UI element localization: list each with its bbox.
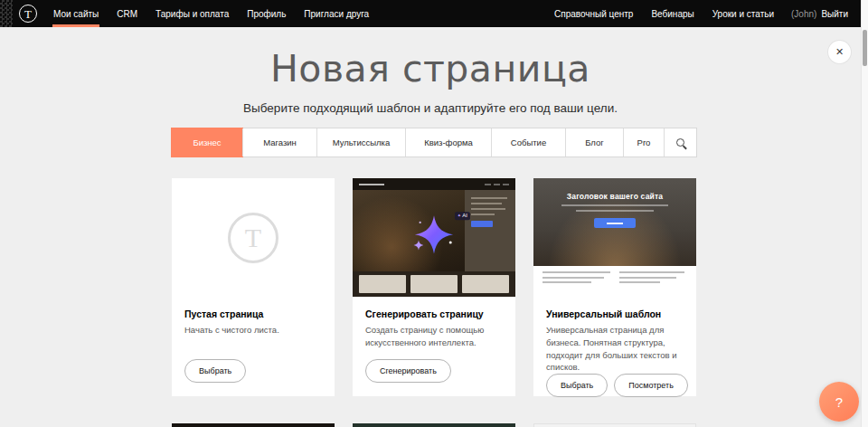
tab-blog[interactable]: Блог (565, 128, 623, 157)
nav-invite-friend[interactable]: Пригласи друга (295, 0, 378, 27)
template-category-tabs: Бизнес Магазин Мультиссылка Квиз-форма С… (172, 128, 696, 157)
nav-lessons[interactable]: Уроки и статьи (703, 0, 783, 27)
template-cards-row: T Пустая страница Начать с чистого листа… (172, 178, 696, 396)
card-blank-page: T Пустая страница Начать с чистого листа… (172, 178, 335, 396)
main-nav: Мои сайты CRM Тарифы и оплата Профиль Пр… (44, 0, 378, 27)
preview-text-line (561, 204, 668, 206)
scrollbar-thumb[interactable] (863, 30, 867, 66)
preview-text-panel (465, 190, 515, 271)
view-template-button[interactable]: Посмотреть (614, 374, 688, 397)
nav-profile[interactable]: Профиль (238, 0, 295, 27)
ai-star-group: ✦ AI (413, 214, 455, 255)
tab-quiz-form[interactable]: Квиз-форма (405, 128, 491, 157)
preview-site-heading: Заголовок вашего сайта (533, 192, 696, 201)
template-card-partial[interactable] (172, 423, 335, 427)
card-actions: Выбрать (184, 359, 322, 383)
preview-cta-placeholder (471, 221, 493, 227)
choose-blank-button[interactable]: Выбрать (184, 359, 246, 383)
nav-help-center[interactable]: Справочный центр (545, 0, 642, 27)
close-button[interactable]: ✕ (828, 41, 851, 63)
page-title: Новая страница (0, 47, 861, 90)
card-body: Пустая страница Начать с чистого листа. … (172, 297, 335, 396)
tab-shop[interactable]: Магазин (242, 128, 316, 157)
secondary-nav: Справочный центр Вебинары Уроки и статьи… (545, 0, 861, 27)
page-subtitle: Выберите подходящий шаблон и адаптируйте… (0, 101, 861, 115)
watermark-letter: T (245, 223, 261, 253)
preview-text-column (542, 271, 610, 291)
topbar: T Мои сайты CRM Тарифы и оплата Профиль … (0, 0, 861, 27)
logo-letter: T (24, 8, 32, 20)
help-button[interactable]: ? (819, 382, 859, 422)
tab-event[interactable]: Событие (491, 128, 565, 157)
template-card-partial[interactable] (533, 423, 696, 427)
generate-button[interactable]: Сгенерировать (365, 359, 451, 383)
nav-my-sites[interactable]: Мои сайты (44, 0, 108, 27)
preview-site-topbar (353, 178, 515, 190)
preview-text-column (619, 271, 687, 291)
tilda-pixel-pattern (0, 0, 13, 27)
ai-generate-preview[interactable]: ✦ AI (353, 178, 515, 297)
blank-page-preview[interactable]: T (172, 178, 335, 297)
card-title: Пустая страница (184, 308, 322, 319)
tab-pro[interactable]: Pro (623, 128, 664, 157)
card-universal-template: Заголовок вашего сайта Универсальный шаб… (533, 178, 696, 396)
card-description: Создать страницу с помощью искусственног… (365, 324, 503, 349)
universal-template-preview[interactable]: Заголовок вашего сайта (533, 178, 696, 297)
preview-hero-section: Заголовок вашего сайта (533, 178, 696, 266)
ai-badge-label: AI (462, 213, 467, 218)
card-body: Сгенерировать страницу Создать страницу … (353, 297, 515, 396)
choose-template-button[interactable]: Выбрать (546, 374, 608, 397)
ai-badge: ✦ AI (455, 212, 470, 220)
nav-crm[interactable]: CRM (108, 0, 146, 27)
card-ai-generate: ✦ AI Сгенерировать страницу Создать стра… (353, 178, 515, 396)
card-description: Универсальная страница для бизнеса. Поня… (546, 324, 684, 374)
card-actions: Выбрать Посмотреть (546, 374, 684, 397)
close-icon: ✕ (835, 46, 844, 58)
preview-menu-placeholder (485, 184, 509, 185)
preview-logo-placeholder (359, 184, 384, 185)
scrollbar[interactable] (861, 0, 868, 427)
ai-star-icon (413, 214, 455, 255)
preview-card-thumbnails (353, 271, 515, 297)
preview-text-line (576, 210, 654, 212)
preview-blue-button (594, 218, 636, 228)
nav-webinars[interactable]: Вебинары (642, 0, 703, 27)
card-title: Универсальный шаблон (546, 308, 684, 319)
tab-business[interactable]: Бизнес (172, 128, 242, 157)
logout-link[interactable]: Выйти (818, 0, 861, 27)
help-icon: ? (835, 394, 843, 410)
preview-text-section (533, 266, 696, 297)
user-name: (John) (783, 0, 818, 27)
card-actions: Сгенерировать (365, 359, 503, 383)
card-body: Универсальный шаблон Универсальная стран… (533, 297, 696, 411)
search-icon (676, 138, 684, 147)
tilda-logo-watermark-icon: T (228, 213, 278, 263)
template-card-partial[interactable] (353, 423, 515, 427)
tilda-logo[interactable]: T (19, 5, 37, 23)
nav-tariffs[interactable]: Тарифы и оплата (146, 0, 238, 27)
tab-multilink[interactable]: Мультиссылка (316, 128, 405, 157)
card-description: Начать с чистого листа. (184, 324, 322, 337)
card-title: Сгенерировать страницу (365, 308, 503, 319)
tab-search[interactable] (664, 128, 696, 157)
ai-spark-icon: ✦ (458, 214, 461, 218)
